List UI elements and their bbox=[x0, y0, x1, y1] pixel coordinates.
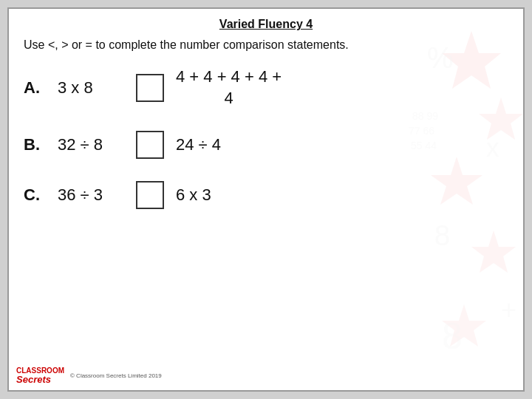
expression-a-left: 3 x 8 bbox=[58, 78, 124, 98]
compare-box-c[interactable] bbox=[136, 181, 164, 209]
compare-box-a[interactable] bbox=[136, 74, 164, 102]
question-row-b: B. 32 ÷ 8 24 ÷ 4 bbox=[24, 131, 508, 159]
logo: CLASSROOM Secrets bbox=[16, 367, 64, 384]
expression-a-right: 4 + 4 + 4 + 4 + 4 bbox=[176, 66, 282, 109]
expression-b-left: 32 ÷ 8 bbox=[58, 135, 124, 154]
svg-text:+: + bbox=[501, 295, 516, 325]
compare-box-b[interactable] bbox=[136, 131, 164, 159]
question-label-a: A. bbox=[24, 78, 46, 98]
question-row-c: C. 36 ÷ 3 6 x 3 bbox=[24, 181, 508, 209]
question-label-c: C. bbox=[24, 185, 46, 205]
logo-secrets: Secrets bbox=[16, 375, 64, 384]
expression-c-left: 36 ÷ 3 bbox=[58, 185, 124, 205]
footer: CLASSROOM Secrets © Classroom Secrets Li… bbox=[16, 367, 162, 384]
expression-c-right: 6 x 3 bbox=[176, 185, 211, 206]
page-title: Varied Fluency 4 bbox=[24, 18, 508, 31]
svg-marker-4 bbox=[442, 304, 486, 347]
instruction-text: Use <, > or = to complete the number com… bbox=[24, 38, 508, 52]
question-row-a: A. 3 x 8 4 + 4 + 4 + 4 + 4 bbox=[24, 66, 508, 109]
question-label-b: B. bbox=[24, 135, 46, 154]
expression-b-right: 24 ÷ 4 bbox=[176, 134, 221, 156]
copyright-text: © Classroom Secrets Limited 2019 bbox=[70, 372, 162, 379]
svg-text:8: 8 bbox=[442, 316, 463, 357]
